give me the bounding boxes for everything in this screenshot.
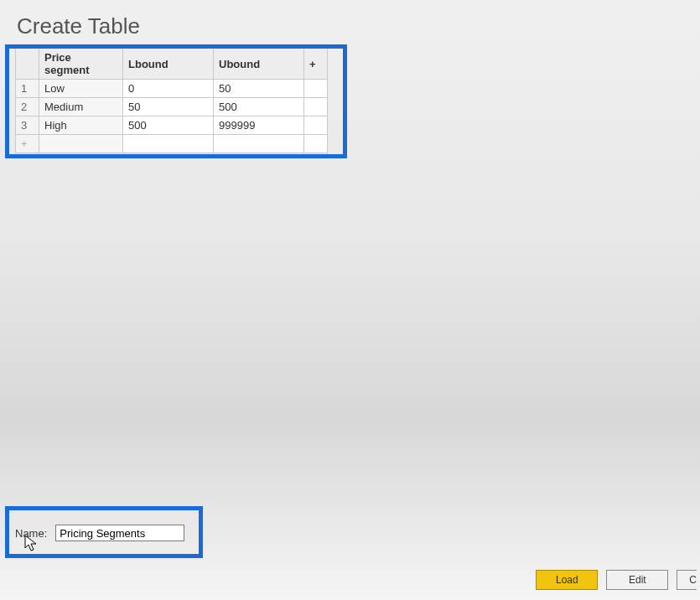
name-label: Name: <box>15 527 47 540</box>
add-row-icon[interactable]: + <box>16 135 39 153</box>
cell-ubound[interactable]: 50 <box>214 80 304 98</box>
header-segment[interactable]: Price segment <box>39 49 123 80</box>
table-row[interactable]: 2 Medium 50 500 <box>16 98 328 116</box>
edit-button[interactable]: Edit <box>606 570 668 590</box>
header-lbound[interactable]: Lbound <box>123 49 214 80</box>
cell-segment[interactable]: High <box>39 116 123 135</box>
cell-addcol <box>304 80 328 98</box>
cell-ubound[interactable]: 500 <box>214 98 304 116</box>
cell-lbound[interactable]: 500 <box>123 116 214 135</box>
cell-empty <box>304 135 328 153</box>
cell-segment[interactable]: Low <box>39 80 123 98</box>
name-input[interactable] <box>55 525 184 541</box>
load-button[interactable]: Load <box>536 570 598 590</box>
cell-empty[interactable] <box>214 135 304 153</box>
row-index: 1 <box>16 80 39 98</box>
data-table[interactable]: Price segment Lbound Ubound + 1 Low 0 50… <box>15 48 328 153</box>
table-row[interactable]: 1 Low 0 50 <box>16 80 328 98</box>
header-ubound[interactable]: Ubound <box>214 49 304 80</box>
cell-addcol <box>304 116 328 135</box>
cell-empty[interactable] <box>39 135 123 153</box>
name-row: Name: <box>15 525 184 541</box>
header-index <box>16 49 39 80</box>
table-add-row[interactable]: + <box>16 135 328 153</box>
table-header-row: Price segment Lbound Ubound + <box>16 49 328 80</box>
cell-addcol <box>304 98 328 116</box>
cell-empty[interactable] <box>123 135 214 153</box>
button-row: Load Edit C <box>536 570 700 590</box>
cell-lbound[interactable]: 50 <box>123 98 214 116</box>
cell-segment[interactable]: Medium <box>39 98 123 116</box>
row-index: 3 <box>16 116 39 135</box>
header-add-column[interactable]: + <box>304 49 328 80</box>
cancel-button[interactable]: C <box>677 570 697 590</box>
table-row[interactable]: 3 High 500 999999 <box>16 116 328 135</box>
cell-lbound[interactable]: 0 <box>123 80 214 98</box>
row-index: 2 <box>16 98 39 116</box>
cell-ubound[interactable]: 999999 <box>214 116 304 135</box>
content-area: Price segment Lbound Ubound + 1 Low 0 50… <box>0 39 700 153</box>
dialog-title: Create Table <box>0 0 700 39</box>
